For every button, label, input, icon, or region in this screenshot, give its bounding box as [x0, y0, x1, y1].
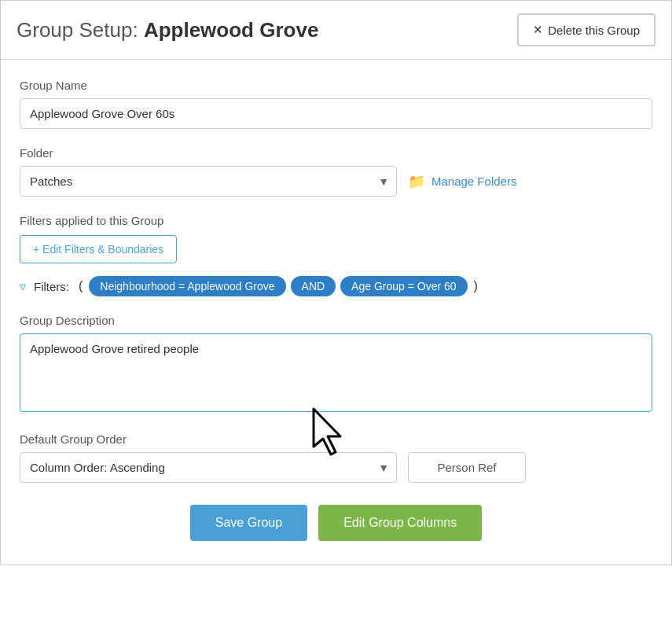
manage-folders-button[interactable]: 📁 Manage Folders	[408, 173, 516, 190]
open-bracket: (	[77, 279, 84, 293]
group-name-field: Group Name	[20, 79, 652, 129]
description-textarea[interactable]: Applewood Grove retired people	[20, 333, 652, 412]
edit-columns-button[interactable]: Edit Group Columns	[318, 505, 482, 541]
manage-folders-label: Manage Folders	[431, 175, 516, 188]
default-order-field: Default Group Order Column Order: Ascend…	[20, 432, 652, 483]
filter-chip-age: Age Group = Over 60	[340, 276, 467, 296]
title-prefix: Group Setup:	[17, 18, 144, 42]
group-name-label: Group Name	[20, 79, 652, 92]
page-title: Group Setup: Applewood Grove	[17, 18, 318, 42]
delete-group-button[interactable]: ✕ Delete this Group	[517, 13, 655, 46]
order-select[interactable]: Column Order: Ascending Column Order: De…	[20, 452, 397, 483]
folder-icon: 📁	[408, 173, 425, 190]
order-select-wrapper: Column Order: Ascending Column Order: De…	[20, 452, 397, 483]
filters-colon: Filters:	[34, 280, 69, 293]
edit-filters-label: + Edit Filters & Boundaries	[33, 243, 163, 256]
main-content: Group Name Folder Patches All Groups Oth…	[1, 60, 671, 565]
delete-icon: ✕	[533, 23, 543, 37]
filters-chips-row: ▿ Filters: ( Neighbourhood = Applewood G…	[20, 276, 652, 296]
actions-row: Save Group Edit Group Columns	[20, 505, 652, 541]
filter-chip-neighbourhood: Neighbourhood = Applewood Grove	[89, 276, 285, 296]
edit-filters-button[interactable]: + Edit Filters & Boundaries	[20, 235, 177, 263]
folder-label: Folder	[20, 146, 652, 160]
order-row: Column Order: Ascending Column Order: De…	[20, 452, 652, 483]
folder-row: Patches All Groups Other ▼ 📁 Manage Fold…	[20, 166, 652, 197]
save-button-label: Save Group	[215, 516, 282, 529]
person-ref-label: Person Ref	[437, 461, 496, 474]
delete-button-label: Delete this Group	[548, 24, 640, 37]
description-label: Group Description	[20, 314, 652, 327]
folder-select-wrapper: Patches All Groups Other ▼	[20, 166, 397, 197]
title-name: Applewood Grove	[144, 18, 318, 42]
folder-select[interactable]: Patches All Groups Other	[20, 166, 397, 197]
filter-funnel-icon: ▿	[20, 279, 26, 294]
description-field: Group Description Applewood Grove retire…	[20, 314, 652, 415]
filters-section: Filters applied to this Group + Edit Fil…	[20, 214, 652, 296]
filter-chip-and: AND	[291, 276, 336, 296]
filters-section-label: Filters applied to this Group	[20, 214, 652, 227]
person-ref-box: Person Ref	[408, 452, 526, 483]
edit-columns-label: Edit Group Columns	[343, 516, 457, 529]
page-header: Group Setup: Applewood Grove ✕ Delete th…	[1, 1, 671, 60]
group-name-input[interactable]	[20, 98, 652, 129]
default-order-label: Default Group Order	[20, 432, 652, 446]
close-bracket: )	[472, 279, 479, 293]
folder-field: Folder Patches All Groups Other ▼ 📁 Mana…	[20, 146, 652, 197]
save-group-button[interactable]: Save Group	[190, 505, 307, 541]
page-wrapper: Group Setup: Applewood Grove ✕ Delete th…	[0, 0, 672, 565]
